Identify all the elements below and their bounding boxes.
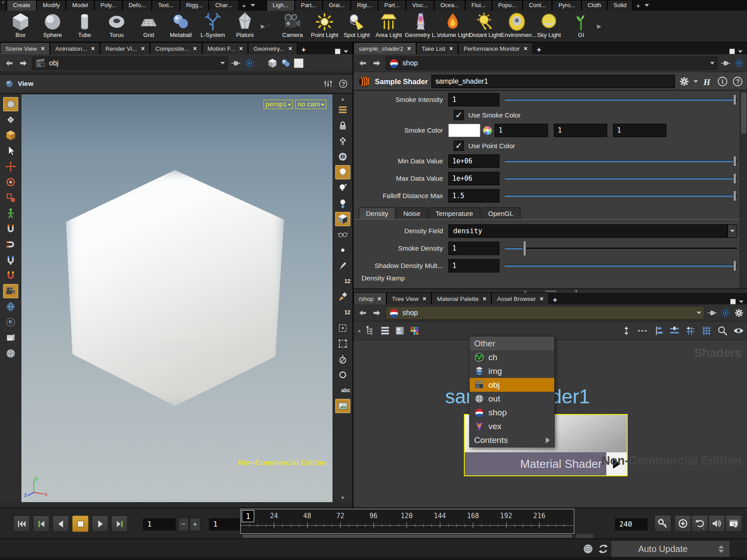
end-frame-field[interactable]: 240	[614, 518, 648, 531]
pane-tab[interactable]: Geometry... ×	[248, 42, 297, 54]
shelf-tool[interactable]: Sky Light	[533, 11, 565, 38]
display-toggle-button[interactable]	[335, 290, 350, 304]
link-radar-icon[interactable]	[244, 58, 255, 69]
chevron-down-icon[interactable]	[710, 62, 715, 65]
display-options-icon[interactable]	[323, 79, 333, 89]
viewport-tool-button[interactable]	[3, 206, 18, 220]
pin-icon[interactable]	[707, 308, 718, 318]
link-radar-icon[interactable]	[720, 308, 731, 318]
chevron-down-icon[interactable]	[645, 4, 649, 7]
viewport-tool-button[interactable]	[3, 175, 18, 189]
white-square-icon[interactable]	[294, 58, 304, 68]
network-tool-icon[interactable]	[733, 325, 744, 337]
sop-sphere-icon[interactable]	[280, 58, 291, 69]
network-tool-icon[interactable]	[701, 325, 712, 337]
chevron-down-icon[interactable]	[251, 4, 255, 7]
param-slider[interactable]	[505, 189, 737, 203]
display-toggle-button[interactable]: 12	[335, 274, 350, 288]
menu-item[interactable]: img	[470, 364, 554, 378]
pane-tab[interactable]: sample_shader1 ×	[353, 42, 416, 54]
play-backward-button[interactable]	[53, 515, 69, 532]
shelf-tab[interactable]: Popu...	[492, 0, 523, 11]
network-tool-icon[interactable]	[409, 325, 420, 337]
pane-tab[interactable]: Asset Browser ×	[491, 292, 548, 304]
pane-maximize-icon[interactable]	[335, 49, 341, 54]
folder-tab[interactable]: Noise	[396, 207, 427, 219]
display-toggle-button[interactable]	[335, 134, 350, 148]
param-value-field[interactable]: 1	[448, 242, 499, 255]
shelf-overflow-arrow[interactable]: ▶	[261, 23, 265, 29]
color-g-field[interactable]: 1	[554, 124, 607, 137]
chevron-down-icon[interactable]	[220, 62, 225, 65]
param-value-field[interactable]: 1.5	[448, 189, 499, 203]
plus-icon[interactable]: +	[242, 2, 246, 9]
network-tool-icon[interactable]	[717, 325, 728, 337]
network-tool-icon[interactable]	[653, 325, 664, 337]
pane-tab[interactable]: Performance Monitor ×	[458, 42, 532, 54]
folder-tab[interactable]: Temperature	[428, 207, 480, 219]
param-value-field[interactable]: 1e+06	[448, 154, 499, 168]
param-value-field[interactable]: 1	[448, 259, 499, 272]
close-icon[interactable]: ×	[141, 46, 145, 51]
viewport-tool-button[interactable]	[3, 284, 18, 298]
forward-button[interactable]	[371, 58, 383, 68]
timeline-scrollbar[interactable]	[243, 535, 572, 538]
menu-item-contents[interactable]: Contents	[470, 433, 554, 447]
shelf-tool[interactable]: Point Light	[309, 11, 341, 38]
pane-controls[interactable]	[729, 49, 747, 54]
scrollbar-thumb[interactable]	[741, 93, 746, 134]
shelf-tool[interactable]: Torus	[101, 11, 133, 38]
close-icon[interactable]: ×	[91, 46, 95, 51]
pane-tab[interactable]: Scene View ×	[0, 42, 50, 54]
path-field[interactable]: obj	[32, 57, 228, 70]
shelf-tab[interactable]: Rigg...	[180, 0, 209, 11]
gear-icon[interactable]	[678, 76, 690, 87]
display-toggle-button[interactable]	[335, 103, 350, 117]
viewport-tool-button[interactable]	[3, 97, 18, 111]
set-keyframe-button[interactable]	[654, 515, 671, 532]
dropdown-button[interactable]	[727, 224, 737, 238]
display-toggle-button[interactable]	[335, 259, 350, 273]
shelf-tab[interactable]: Flui...	[465, 0, 492, 11]
camera-menu-nocam[interactable]: no cam	[295, 100, 326, 109]
shelf-tab[interactable]: Modify	[37, 0, 66, 11]
audio-button[interactable]	[708, 515, 725, 532]
viewport-tool-button[interactable]	[3, 128, 18, 142]
viewport-tool-button[interactable]	[3, 144, 18, 158]
viewport-tool-button[interactable]	[3, 191, 18, 205]
link-radar-icon[interactable]	[734, 58, 744, 69]
back-button[interactable]	[357, 308, 369, 318]
shelf-tool[interactable]: Sphere	[37, 11, 69, 38]
add-tab-button[interactable]: +	[297, 45, 310, 54]
network-tool-icon[interactable]	[669, 325, 680, 337]
shelf-add-controls[interactable]: +	[239, 0, 259, 11]
param-slider[interactable]	[505, 93, 737, 106]
shelf-tab[interactable]: Pyro...	[552, 0, 581, 11]
frame-step-field[interactable]: 1	[208, 518, 240, 531]
viewport-tool-button[interactable]	[3, 268, 18, 283]
menu-item[interactable]: vex	[470, 419, 554, 433]
shelf-tab[interactable]: Cloth	[581, 0, 607, 11]
shelf-tool[interactable]: Volume Light	[437, 11, 469, 38]
auto-key-button[interactable]	[674, 515, 691, 532]
display-toggle-button[interactable]	[335, 196, 350, 211]
shelf-tab[interactable]: Poly...	[94, 0, 122, 11]
display-toggle-button[interactable]	[335, 227, 350, 242]
viewport-tool-button[interactable]	[3, 237, 18, 252]
chevron-down-icon[interactable]	[738, 50, 743, 53]
pane-maximize-icon[interactable]	[729, 49, 735, 54]
network-tool-icon[interactable]	[365, 325, 376, 337]
pane-tab[interactable]: Animation... ×	[50, 42, 100, 54]
forward-button[interactable]	[18, 58, 29, 68]
info-icon[interactable]: i	[717, 76, 728, 87]
display-toggle-button[interactable]: 12	[335, 305, 350, 320]
close-icon[interactable]: ×	[422, 296, 426, 301]
spinner-arrows-icon[interactable]	[715, 542, 728, 556]
display-toggle-button[interactable]	[335, 352, 350, 366]
shelf-collapse-handle[interactable]: ▲	[0, 0, 7, 11]
display-toggle-button[interactable]	[335, 243, 350, 257]
checkbox-checked[interactable]: ✓	[454, 110, 464, 120]
display-toggle-button[interactable]	[335, 368, 350, 382]
recook-icon[interactable]	[596, 541, 611, 556]
timeline-scroll-grip[interactable]: …	[575, 533, 594, 539]
